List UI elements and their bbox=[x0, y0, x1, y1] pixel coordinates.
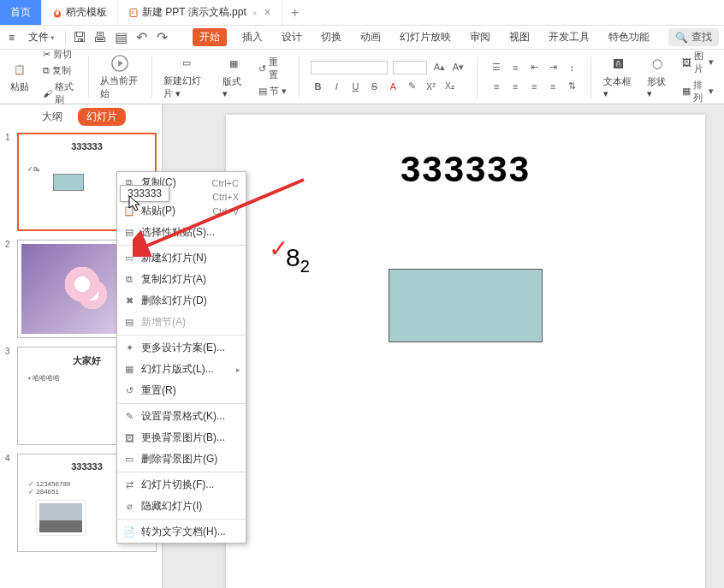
numbering-icon[interactable]: ≡ bbox=[508, 61, 522, 74]
ribbon-tab-dev[interactable]: 开发工具 bbox=[545, 28, 593, 46]
ribbon-toolbar: 📋 粘贴 ✂剪切 ⧉复制 🖌格式刷 从当前开始 ▭ 新建幻灯片 ▾ ▦ 版式 ▾… bbox=[0, 50, 724, 104]
ribbon-tab-review[interactable]: 审阅 bbox=[466, 28, 494, 46]
ctx-paste[interactable]: 📋 粘贴(P) Ctrl+V bbox=[117, 200, 246, 222]
save-icon[interactable]: 🖫 bbox=[73, 31, 86, 45]
increase-font-icon[interactable]: A▴ bbox=[432, 61, 446, 74]
indent-right-icon[interactable]: ⇥ bbox=[546, 61, 560, 74]
file-menu[interactable]: 文件▾ bbox=[25, 28, 58, 46]
from-current-label: 从当前开始 bbox=[100, 74, 139, 100]
font-color-icon[interactable]: A bbox=[386, 80, 400, 93]
textbox-button[interactable]: 🅰 文本框 ▾ bbox=[603, 55, 633, 99]
canvas-title-text[interactable]: 333333 bbox=[226, 149, 705, 190]
text-direction-icon[interactable]: ⇅ bbox=[565, 80, 579, 93]
tab-template[interactable]: 稻壳模板 bbox=[42, 0, 118, 25]
superscript-icon[interactable]: X² bbox=[424, 80, 437, 93]
tab-close-icon[interactable]: ✕ bbox=[264, 7, 271, 18]
copy-button[interactable]: ⧉复制 bbox=[43, 64, 71, 77]
tab-home[interactable]: 首页 bbox=[0, 0, 42, 25]
panel-tab-outline[interactable]: 大纲 bbox=[37, 108, 68, 126]
font-family-select[interactable] bbox=[311, 61, 388, 74]
line-spacing-icon[interactable]: ↕ bbox=[565, 61, 579, 74]
ribbon-tab-animation[interactable]: 动画 bbox=[357, 28, 384, 46]
new-slide-icon: ▭ bbox=[122, 252, 136, 265]
separator bbox=[590, 56, 591, 98]
ribbon-tab-slideshow[interactable]: 幻灯片放映 bbox=[396, 28, 454, 46]
ribbon-tab-transition[interactable]: 切换 bbox=[317, 28, 345, 46]
slide-canvas[interactable]: 333333 ✓ 82 bbox=[226, 115, 705, 588]
section-button[interactable]: ▤节 ▾ bbox=[258, 85, 287, 98]
chevron-down-icon: ▾ bbox=[50, 33, 55, 42]
ctx-copy-shortcut: Ctrl+C bbox=[212, 178, 239, 188]
search-button[interactable]: 🔍 查找 bbox=[668, 28, 719, 46]
reset-button[interactable]: ↺重置 bbox=[258, 56, 287, 81]
new-slide-label: 新建幻灯片 ▾ bbox=[163, 74, 209, 100]
ribbon-tab-design[interactable]: 设计 bbox=[278, 28, 306, 46]
layout-icon: ▦ bbox=[224, 55, 243, 74]
ctx-layout[interactable]: ▦ 幻灯片版式(L)... ▸ bbox=[117, 359, 246, 380]
align-right-icon[interactable]: ≡ bbox=[527, 80, 541, 93]
strike-icon[interactable]: S bbox=[367, 80, 381, 93]
separator bbox=[117, 519, 246, 520]
ctx-to-text[interactable]: 📄 转为文字文档(H)... bbox=[117, 521, 246, 543]
ctx-paste-special[interactable]: ▤ 选择性粘贴(S)... bbox=[117, 222, 246, 243]
ctx-hide[interactable]: ⌀ 隐藏幻灯片(I) bbox=[117, 496, 246, 517]
ppt-file-icon: P bbox=[128, 8, 139, 18]
redo-icon[interactable]: ↷ bbox=[155, 31, 169, 45]
canvas-area[interactable]: 333333 ✓ 82 bbox=[163, 104, 724, 588]
ctx-paste-label: 粘贴(P) bbox=[141, 204, 175, 218]
ctx-paste-shortcut: Ctrl+V bbox=[212, 206, 239, 217]
tab-restore-icon[interactable]: ▫ bbox=[253, 8, 257, 18]
ribbon-tab-start[interactable]: 开始 bbox=[193, 28, 227, 46]
font-size-select[interactable] bbox=[393, 61, 427, 74]
paste-button[interactable]: 📋 粘贴 bbox=[10, 60, 29, 93]
canvas-rectangle-shape[interactable] bbox=[389, 269, 543, 342]
menu-bar: ≡ 文件▾ 🖫 🖶 ▤ ↶ ↷ 开始 插入 设计 切换 动画 幻灯片放映 审阅 … bbox=[0, 26, 724, 50]
new-slide-button[interactable]: ▭ 新建幻灯片 ▾ bbox=[163, 54, 209, 100]
ribbon-tab-special[interactable]: 特色功能 bbox=[605, 28, 653, 46]
ctx-new-slide[interactable]: ▭ 新建幻灯片(N) bbox=[117, 247, 246, 269]
underline-icon[interactable]: U bbox=[348, 80, 362, 93]
justify-icon[interactable]: ≡ bbox=[546, 80, 560, 93]
ctx-bg-format-label: 设置背景格式(K)... bbox=[141, 409, 225, 424]
subscript-icon[interactable]: X₂ bbox=[442, 80, 456, 93]
separator bbox=[299, 56, 300, 98]
cut-button[interactable]: ✂剪切 bbox=[43, 48, 72, 61]
tab-current-doc[interactable]: P 新建 PPT 演示文稿.ppt ▫ ✕ bbox=[118, 0, 282, 25]
bullets-icon[interactable]: ☰ bbox=[490, 61, 503, 74]
ctx-del-bg[interactable]: ▭ 删除背景图片(G) bbox=[117, 448, 246, 470]
print-icon[interactable]: 🖶 bbox=[93, 31, 107, 45]
add-tab-button[interactable]: + bbox=[282, 0, 308, 25]
indent-left-icon[interactable]: ⇤ bbox=[527, 61, 541, 74]
from-current-button[interactable]: 从当前开始 bbox=[100, 54, 139, 100]
layout-button[interactable]: ▦ 版式 ▾ bbox=[223, 55, 245, 99]
ribbon-tab-view[interactable]: 视图 bbox=[506, 28, 533, 46]
change-bg-icon: 🖼 bbox=[122, 431, 136, 445]
align-left-icon[interactable]: ≡ bbox=[490, 80, 503, 93]
ctx-bg-format[interactable]: ✎ 设置背景格式(K)... bbox=[117, 406, 246, 427]
italic-icon[interactable]: I bbox=[329, 80, 343, 93]
thumb-number: 4 bbox=[5, 454, 14, 552]
ctx-reset[interactable]: ↺ 重置(R) bbox=[117, 380, 246, 401]
ctx-more-design[interactable]: ✦ 更多设计方案(E)... bbox=[117, 337, 246, 359]
ctx-dup-slide[interactable]: ⧉ 复制幻灯片(A) bbox=[117, 269, 246, 290]
undo-icon[interactable]: ↶ bbox=[134, 31, 148, 45]
print-preview-icon[interactable]: ▤ bbox=[114, 31, 128, 45]
ctx-switch[interactable]: ⇄ 幻灯片切换(F)... bbox=[117, 474, 246, 496]
format-painter-button[interactable]: 🖌格式刷 bbox=[43, 80, 76, 106]
panel-tab-slides[interactable]: 幻灯片 bbox=[78, 108, 126, 126]
ribbon-tab-insert[interactable]: 插入 bbox=[239, 28, 266, 46]
picture-button[interactable]: 🖼图片 ▾ bbox=[682, 50, 714, 75]
menu-collapse-button[interactable]: ≡ bbox=[5, 30, 18, 45]
align-center-icon[interactable]: ≡ bbox=[508, 80, 522, 93]
ctx-change-bg[interactable]: 🖼 更换背景图片(B)... bbox=[117, 427, 246, 448]
file-menu-label: 文件 bbox=[28, 30, 49, 45]
decrease-font-icon[interactable]: A▾ bbox=[451, 61, 465, 74]
bold-icon[interactable]: B bbox=[311, 80, 324, 93]
highlight-icon[interactable]: ✎ bbox=[405, 80, 418, 93]
ctx-reset-label: 重置(R) bbox=[141, 383, 176, 398]
canvas-subtext[interactable]: 82 bbox=[286, 243, 310, 276]
ctx-del-slide[interactable]: ✖ 删除幻灯片(D) bbox=[117, 290, 246, 312]
shape-button[interactable]: ◯ 形状 ▾ bbox=[647, 55, 669, 99]
tab-current-doc-label: 新建 PPT 演示文稿.ppt bbox=[142, 5, 246, 20]
arrange-button[interactable]: ▦排列 ▾ bbox=[682, 79, 714, 104]
